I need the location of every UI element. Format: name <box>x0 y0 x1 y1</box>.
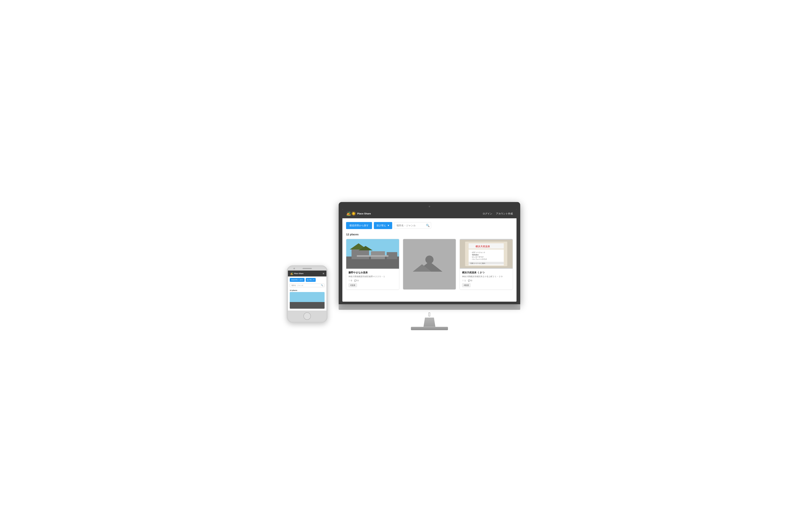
monitor-content: 都道府県から探す 並び替え ▼ 🔍 12 places <box>342 218 517 293</box>
card-1-title: 藤野やまなみ温泉 <box>349 271 397 274</box>
prefecture-button[interactable]: 都道府県から探す <box>346 222 372 229</box>
phone-shell: 🏕️ Place Share ≡ 都道府県から探す 並び替え ▼ <box>287 265 327 323</box>
card-2-body: うつわとごはん yorimiti 東京都豊田区本所１-21-2-1F ♡ 1 💬… <box>403 289 456 290</box>
place-card-2: うつわとごはん yorimiti 東京都豊田区本所１-21-2-1F ♡ 1 💬… <box>403 239 456 290</box>
phone-speaker <box>302 268 312 269</box>
phone-sort-chevron-icon: ▼ <box>313 279 315 281</box>
monitor-stand-top <box>339 304 520 310</box>
card-3-body: 横浜天然温泉 くさつ 神奈川県横浜市南区井土ケ谷上町２１－２９ ♡ 1 💬 0 … <box>460 269 513 289</box>
card-3-tags: #銭湯 <box>462 283 510 287</box>
card-3-likes: ♡ 1 <box>462 280 466 282</box>
search-wrap: 🔍 <box>394 222 431 229</box>
monitor-stand-neck <box>422 318 437 327</box>
svg-text:・ロッキーサウナ: ・ロッキーサウナ <box>470 256 484 258</box>
phone-navbar: 🏕️ Place Share ≡ <box>288 270 326 277</box>
card-1-actions: ♡ 0 💬 0 <box>349 280 397 282</box>
card-3-tag-1: #銭湯 <box>462 283 471 287</box>
card-3-image: 横浜天然温泉 ・ボディージェット ・電気風呂 ・ロッキーサウナ ・コンフォートサ… <box>460 239 513 269</box>
monitor-camera <box>429 206 430 207</box>
phone-device: 🏕️ Place Share ≡ 都道府県から探す 並び替え ▼ <box>287 265 327 323</box>
svg-text:横浜天然温泉: 横浜天然温泉 <box>476 245 490 248</box>
phone-screen: 🏕️ Place Share ≡ 都道府県から探す 並び替え ▼ <box>288 270 326 310</box>
monitor-stand-base <box>411 327 448 330</box>
card-2-image <box>403 239 456 289</box>
monitor-shell: 🏕️☀️ Place Share ログイン アカウント作成 都道府県から探す 並… <box>339 202 520 304</box>
phone-top-bar <box>288 266 326 270</box>
card-1-body: 藤野やまなみ温泉 神奈川県相模原市緑区枚野４２２５－１ ♡ 0 💬 0 #温泉 <box>346 269 399 289</box>
phone-controls: 都道府県から探す 並び替え ▼ <box>288 277 326 283</box>
place-card-3: 横浜天然温泉 ・ボディージェット ・電気風呂 ・ロッキーサウナ ・コンフォートサ… <box>459 239 513 290</box>
svg-rect-2 <box>352 249 369 259</box>
phone-search-wrap: 🔍 <box>290 283 324 287</box>
login-link[interactable]: ログイン <box>483 212 492 215</box>
phone-logo-area: 🏕️ Place Share <box>290 272 303 275</box>
phone-prefecture-button[interactable]: 都道府県から探す <box>290 278 304 282</box>
monitor-logo-text: Place Share <box>357 212 371 215</box>
card-1-comments: 💬 0 <box>354 280 358 282</box>
search-input[interactable] <box>394 222 431 229</box>
phone-bottom-bar <box>288 310 326 322</box>
phone-sort-button[interactable]: 並び替え ▼ <box>306 278 316 282</box>
svg-rect-7 <box>357 255 389 256</box>
card-1-address: 神奈川県相模原市緑区枚野４２２５－１ <box>349 275 397 278</box>
svg-text:・コンフォートサウナ: ・コンフォートサウナ <box>470 258 487 260</box>
phone-logo-text: Place Share <box>294 272 303 274</box>
phone-search-input[interactable] <box>290 284 324 287</box>
card-1-tags: #温泉 <box>349 283 397 287</box>
monitor-screen: 🏕️☀️ Place Share ログイン アカウント作成 都道府県から探す 並… <box>342 209 517 302</box>
card-3-address: 神奈川県横浜市南区井土ケ谷上町２１－２９ <box>462 275 510 278</box>
apple-logo-icon:  <box>339 311 520 318</box>
monitor-toolbar: 都道府県から探す 並び替え ▼ 🔍 <box>346 222 513 229</box>
phone-logo-icon: 🏕️ <box>290 272 293 275</box>
card-1-likes: ♡ 0 <box>349 280 352 282</box>
monitor-navbar: 🏕️☀️ Place Share ログイン アカウント作成 <box>342 209 517 218</box>
phone-card-ground <box>290 302 324 309</box>
phone-search-icon: 🔍 <box>321 284 323 286</box>
monitor-nav-links: ログイン アカウント作成 <box>483 212 513 215</box>
card-1-tag-1: #温泉 <box>349 283 357 287</box>
monitor-logo-area: 🏕️☀️ Place Share <box>346 211 371 216</box>
cards-grid: 藤野やまなみ温泉 神奈川県相模原市緑区枚野４２２５－１ ♡ 0 💬 0 #温泉 <box>346 239 513 290</box>
svg-text:・電気風呂: ・電気風呂 <box>470 254 479 255</box>
card-3-title: 横浜天然温泉 くさつ <box>462 271 510 274</box>
svg-text:・ボディージェット: ・ボディージェット <box>470 251 485 253</box>
card-1-image <box>346 239 399 269</box>
places-count: 12 places <box>346 233 513 236</box>
svg-text:営業コーナーのご案内: 営業コーナーのご案内 <box>470 263 485 264</box>
place-card-1: 藤野やまなみ温泉 神奈川県相模原市緑区枚野４２２５－１ ♡ 0 💬 0 #温泉 <box>346 239 399 290</box>
monitor-logo-icon: 🏕️☀️ <box>346 211 356 216</box>
phone-card-image <box>290 292 324 309</box>
sort-button[interactable]: 並び替え ▼ <box>374 222 392 229</box>
phone-places-count: 12 places <box>288 289 326 292</box>
card-3-comments: 💬 0 <box>468 280 472 282</box>
monitor-device: 🏕️☀️ Place Share ログイン アカウント作成 都道府県から探す 並… <box>339 202 520 330</box>
signup-link[interactable]: アカウント作成 <box>496 212 513 215</box>
svg-rect-3 <box>371 251 385 259</box>
scene: 🏕️ Place Share ≡ 都道府県から探す 並び替え ▼ <box>287 202 520 330</box>
phone-search-box: 🔍 <box>288 283 326 289</box>
card-3-actions: ♡ 1 💬 0 <box>462 280 510 282</box>
phone-home-button[interactable] <box>303 312 311 320</box>
phone-hamburger-icon[interactable]: ≡ <box>323 272 324 275</box>
phone-card-photo <box>290 292 324 309</box>
search-button[interactable]: 🔍 <box>426 224 430 227</box>
sort-chevron-icon: ▼ <box>387 224 390 227</box>
phone-camera <box>294 268 295 269</box>
